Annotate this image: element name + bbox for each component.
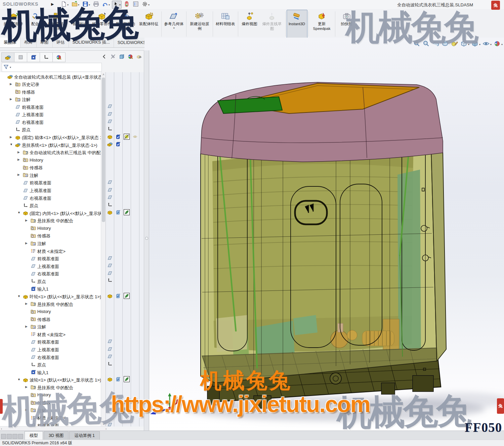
- scroll-up-arrow[interactable]: ˄: [101, 72, 106, 77]
- previous-view-button[interactable]: [432, 40, 439, 49]
- tree-row[interactable]: 材质 <未指定>: [0, 330, 101, 338]
- edit-appearance-button[interactable]: ▾: [493, 40, 503, 49]
- expand-arrow-icon[interactable]: ▶: [25, 408, 28, 411]
- options-gear-button[interactable]: ▾: [141, 1, 151, 9]
- dropdown-caret[interactable]: ▾: [78, 3, 79, 6]
- flyout-origin-icon[interactable]: [107, 126, 113, 132]
- flyout-plane-icon[interactable]: [107, 354, 113, 359]
- flyout-part-icon[interactable]: [107, 376, 113, 382]
- select-cursor-button[interactable]: ▾: [112, 1, 122, 9]
- tree-row[interactable]: History: [0, 308, 101, 315]
- dropdown-caret[interactable]: ▾: [479, 43, 480, 46]
- tree-row[interactable]: 前视基准面: [0, 103, 101, 110]
- flyout-origin-icon[interactable]: [107, 202, 113, 208]
- slash-pencil-icon[interactable]: [110, 54, 116, 61]
- panel-tab-feature-manager[interactable]: [1, 52, 14, 62]
- tree-vertical-scrollbar[interactable]: ˄ ˅: [101, 72, 106, 427]
- expand-arrow-icon[interactable]: ▶: [25, 302, 28, 305]
- flyout-plane-icon[interactable]: [107, 179, 113, 185]
- expand-arrow-icon[interactable]: ▶: [10, 97, 12, 101]
- tab-SOLIDWORKS 插...[interactable]: SOLIDWORKS 插...: [69, 38, 114, 47]
- dropdown-caret[interactable]: ▾: [490, 43, 492, 46]
- collapse-arrow-icon[interactable]: ▼: [17, 378, 20, 381]
- flyout-plane-icon[interactable]: [107, 422, 113, 427]
- scroll-right-arrow[interactable]: ›: [106, 427, 107, 431]
- zoom-fit-button[interactable]: [413, 40, 421, 49]
- graphics-viewport[interactable]: ▾▾▾▾: [144, 38, 504, 431]
- tree-row[interactable]: 上视基准面: [0, 346, 101, 353]
- flyout-plane-icon[interactable]: [107, 111, 113, 117]
- flyout-plane-icon[interactable]: [107, 119, 113, 124]
- tree-row[interactable]: ▶A注解: [0, 406, 101, 414]
- flyout-leaf-icon[interactable]: [124, 210, 129, 215]
- collapse-arrow-icon[interactable]: ▼: [10, 143, 13, 146]
- ribbon-button-move[interactable]: 移动零部件: [91, 10, 114, 38]
- flyout-part-icon[interactable]: [107, 210, 113, 215]
- tree-row[interactable]: 全自动波轮式洗衣机三维总装 (默认<显示状态-1>: [0, 73, 101, 80]
- expand-arrow-icon[interactable]: ▶: [25, 241, 28, 245]
- flyout-plane-icon[interactable]: [107, 187, 113, 192]
- collapse-chevron-icon[interactable]: [101, 54, 107, 61]
- tree-filter-bar[interactable]: ▾: [2, 63, 102, 72]
- ribbon-button-instant3d[interactable]: Instant3D: [287, 10, 307, 38]
- tree-row[interactable]: ▼悬挂系统<1> (默认<默认_显示状态-1>): [0, 141, 101, 148]
- dropdown-caret[interactable]: ▾: [109, 3, 110, 6]
- flyout-plane-icon[interactable]: [107, 339, 113, 344]
- dropdown-caret[interactable]: ▾: [468, 43, 469, 46]
- dropdown-caret[interactable]: ▾: [173, 27, 175, 30]
- doc-tab-模型[interactable]: 模型: [25, 431, 43, 440]
- tree-row[interactable]: 前视基准面: [0, 421, 101, 427]
- tree-row[interactable]: ▶(固定) 箱体<1> (默认<<默认>_显示状态 1>): [0, 134, 101, 141]
- filter-dropdown-caret[interactable]: ▾: [10, 66, 11, 69]
- flyout-appbox-icon[interactable]: [124, 134, 129, 139]
- flyout-leaf-icon[interactable]: [124, 376, 129, 382]
- rebuild-button[interactable]: [123, 1, 131, 9]
- flyout-part-icon[interactable]: [107, 134, 113, 139]
- expand-arrow-icon[interactable]: ▶: [25, 219, 28, 222]
- panel-tab-configuration-manager[interactable]: [27, 52, 40, 62]
- flyout-origin-icon[interactable]: [107, 278, 113, 283]
- tree-row[interactable]: ▶A注解: [0, 240, 101, 247]
- flyout-plane-icon[interactable]: [107, 194, 113, 200]
- appearance-sphere-icon[interactable]: [128, 54, 133, 61]
- tree-horizontal-scrollbar[interactable]: ‹ ›: [0, 426, 108, 431]
- tree-row[interactable]: ▼波轮<1> (默认<<默认>_显示状态 1>): [0, 376, 101, 384]
- ribbon-button-snapshot[interactable]: 拍快照: [336, 10, 357, 38]
- view-orientation-button[interactable]: ▾: [460, 40, 469, 49]
- dropdown-caret[interactable]: ▾: [89, 3, 90, 6]
- dropdown-caret[interactable]: ▾: [67, 3, 69, 6]
- tree-row[interactable]: 原点: [0, 126, 101, 133]
- ribbon-button-explsk[interactable]: 爆炸直线草图: [260, 10, 284, 38]
- flyout-plane-icon[interactable]: [107, 255, 113, 261]
- tree-row[interactable]: 前视基准面: [0, 179, 101, 186]
- ribbon-button-showhide[interactable]: 显示隐藏的零部件: [113, 10, 137, 38]
- appearance-check-button[interactable]: [451, 40, 458, 49]
- flyout-cubeL-icon[interactable]: [116, 376, 121, 382]
- tree-row[interactable]: 材质 <未指定>: [0, 247, 101, 255]
- menu-expander-icon[interactable]: ▶: [51, 2, 54, 6]
- tree-row[interactable]: 原点: [0, 361, 101, 368]
- expand-arrow-icon[interactable]: ▶: [17, 173, 20, 176]
- ribbon-button-refgeo[interactable]: 参考几何体▾: [163, 10, 185, 38]
- collapse-arrow-icon[interactable]: ▼: [17, 295, 20, 298]
- ribbon-button-mate[interactable]: 配合: [25, 10, 46, 38]
- ribbon-button-motion[interactable]: 新建运动算例: [187, 10, 212, 38]
- print-document-button[interactable]: [92, 1, 100, 9]
- tree-row[interactable]: ▶全自动波轮式洗衣机三维总装 中的配合: [0, 149, 101, 156]
- tab-评估[interactable]: 评估: [53, 38, 69, 47]
- expand-arrow-icon[interactable]: ▶: [10, 135, 12, 139]
- save-document-button[interactable]: ▾: [81, 1, 91, 9]
- flyout-leaf-icon[interactable]: [124, 293, 129, 299]
- ribbon-button-asmfeat[interactable]: 装配体特征: [137, 10, 160, 38]
- panel-tab-display-manager[interactable]: [52, 52, 66, 62]
- display-pane-cube-icon[interactable]: [119, 54, 125, 61]
- tree-row[interactable]: 上视基准面: [0, 111, 101, 118]
- scroll-left-arrow[interactable]: ‹: [1, 427, 2, 431]
- tree-row[interactable]: 输入1: [0, 368, 101, 376]
- tree-row[interactable]: 传感器: [0, 164, 101, 171]
- tree-row[interactable]: 右视基准面: [0, 353, 101, 361]
- tree-row[interactable]: 传感器: [0, 88, 101, 95]
- tab-装配体[interactable]: 装配体: [0, 38, 20, 47]
- tree-row[interactable]: 材质 <未指定>: [0, 414, 101, 421]
- panel-tab-dimxpert-manager[interactable]: [40, 52, 53, 62]
